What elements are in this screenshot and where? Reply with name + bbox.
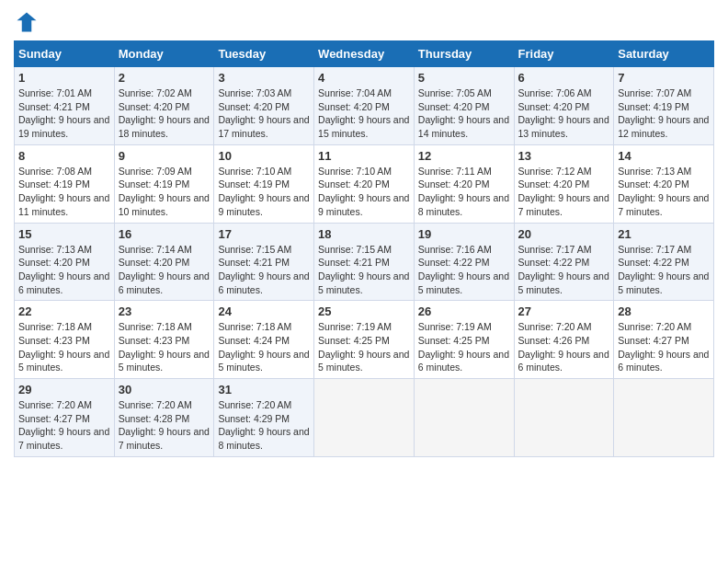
day-number: 9 [119, 149, 210, 163]
calendar-cell: 18Sunrise: 7:15 AMSunset: 4:21 PMDayligh… [314, 223, 415, 301]
day-number: 15 [18, 227, 110, 241]
day-header-monday: Monday [114, 41, 214, 67]
daylight-line: Daylight: 9 hours and 5 minutes. [119, 348, 210, 374]
calendar-cell: 23Sunrise: 7:18 AMSunset: 4:23 PMDayligh… [114, 301, 214, 379]
sunrise-line: Sunrise: 7:19 AM [318, 320, 410, 334]
calendar-cell: 15Sunrise: 7:13 AMSunset: 4:20 PMDayligh… [15, 223, 115, 301]
sunset-line: Sunset: 4:23 PM [119, 334, 210, 348]
day-number: 16 [119, 227, 210, 241]
daylight-line: Daylight: 9 hours and 7 minutes. [18, 425, 110, 452]
calendar-cell: 30Sunrise: 7:20 AMSunset: 4:28 PMDayligh… [114, 379, 214, 457]
calendar-cell: 14Sunrise: 7:13 AMSunset: 4:20 PMDayligh… [614, 144, 714, 223]
sunrise-line: Sunrise: 7:20 AM [18, 398, 110, 412]
sunset-line: Sunset: 4:20 PM [119, 256, 210, 270]
calendar-cell: 26Sunrise: 7:19 AMSunset: 4:25 PMDayligh… [414, 301, 514, 379]
sunrise-line: Sunrise: 7:06 AM [518, 86, 610, 100]
sunset-line: Sunset: 4:29 PM [218, 412, 310, 426]
day-header-sunday: Sunday [15, 41, 115, 67]
daylight-line: Daylight: 9 hours and 9 minutes. [318, 191, 410, 218]
day-header-thursday: Thursday [414, 41, 514, 67]
day-number: 13 [518, 149, 610, 163]
sunrise-line: Sunrise: 7:10 AM [318, 165, 410, 178]
day-number: 19 [418, 227, 510, 241]
calendar-cell: 16Sunrise: 7:14 AMSunset: 4:20 PMDayligh… [114, 223, 214, 301]
calendar-cell: 9Sunrise: 7:09 AMSunset: 4:19 PMDaylight… [114, 144, 214, 223]
sunset-line: Sunset: 4:27 PM [618, 334, 710, 348]
calendar-week-row: 1Sunrise: 7:01 AMSunset: 4:21 PMDaylight… [15, 67, 714, 145]
day-number: 3 [218, 71, 310, 85]
calendar-cell [314, 379, 415, 457]
sunrise-line: Sunrise: 7:13 AM [18, 243, 110, 257]
sunset-line: Sunset: 4:20 PM [418, 100, 510, 114]
sunrise-line: Sunrise: 7:05 AM [418, 86, 510, 100]
calendar-cell: 12Sunrise: 7:11 AMSunset: 4:20 PMDayligh… [414, 144, 514, 223]
calendar-cell: 28Sunrise: 7:20 AMSunset: 4:27 PMDayligh… [614, 301, 714, 379]
daylight-line: Daylight: 9 hours and 9 minutes. [218, 191, 310, 218]
daylight-line: Daylight: 9 hours and 6 minutes. [18, 270, 110, 296]
sunset-line: Sunset: 4:19 PM [618, 100, 710, 114]
day-number: 30 [119, 383, 210, 396]
day-number: 10 [218, 149, 310, 163]
day-number: 26 [418, 304, 510, 318]
daylight-line: Daylight: 9 hours and 7 minutes. [618, 191, 710, 218]
daylight-line: Daylight: 9 hours and 5 minutes. [418, 270, 510, 296]
sunset-line: Sunset: 4:25 PM [318, 334, 410, 348]
calendar-cell: 27Sunrise: 7:20 AMSunset: 4:26 PMDayligh… [514, 301, 614, 379]
sunrise-line: Sunrise: 7:02 AM [119, 86, 210, 100]
sunrise-line: Sunrise: 7:14 AM [119, 243, 210, 257]
daylight-line: Daylight: 9 hours and 18 minutes. [119, 113, 210, 140]
sunset-line: Sunset: 4:23 PM [18, 334, 110, 348]
sunrise-line: Sunrise: 7:18 AM [18, 320, 110, 334]
sunset-line: Sunset: 4:19 PM [18, 178, 110, 191]
daylight-line: Daylight: 9 hours and 12 minutes. [618, 113, 710, 140]
calendar-cell: 4Sunrise: 7:04 AMSunset: 4:20 PMDaylight… [314, 67, 415, 145]
day-number: 2 [119, 71, 210, 85]
day-number: 17 [218, 227, 310, 241]
svg-marker-0 [17, 13, 37, 32]
calendar-cell: 19Sunrise: 7:16 AMSunset: 4:22 PMDayligh… [414, 223, 514, 301]
day-number: 7 [618, 71, 710, 85]
daylight-line: Daylight: 9 hours and 7 minutes. [518, 191, 610, 218]
sunset-line: Sunset: 4:20 PM [18, 256, 110, 270]
page-header [14, 9, 714, 35]
day-number: 20 [518, 227, 610, 241]
sunset-line: Sunset: 4:20 PM [218, 100, 310, 114]
calendar-cell: 29Sunrise: 7:20 AMSunset: 4:27 PMDayligh… [15, 379, 115, 457]
day-number: 1 [18, 71, 110, 85]
calendar-header-row: SundayMondayTuesdayWednesdayThursdayFrid… [15, 41, 714, 67]
sunset-line: Sunset: 4:20 PM [318, 178, 410, 191]
daylight-line: Daylight: 9 hours and 8 minutes. [418, 191, 510, 218]
calendar-week-row: 8Sunrise: 7:08 AMSunset: 4:19 PMDaylight… [15, 144, 714, 223]
daylight-line: Daylight: 9 hours and 5 minutes. [518, 270, 610, 296]
day-number: 25 [318, 304, 410, 318]
daylight-line: Daylight: 9 hours and 13 minutes. [518, 113, 610, 140]
calendar-week-row: 15Sunrise: 7:13 AMSunset: 4:20 PMDayligh… [15, 223, 714, 301]
calendar-cell: 20Sunrise: 7:17 AMSunset: 4:22 PMDayligh… [514, 223, 614, 301]
sunrise-line: Sunrise: 7:17 AM [518, 243, 610, 257]
calendar-table: SundayMondayTuesdayWednesdayThursdayFrid… [14, 40, 714, 457]
daylight-line: Daylight: 9 hours and 5 minutes. [318, 270, 410, 296]
calendar-cell: 17Sunrise: 7:15 AMSunset: 4:21 PMDayligh… [214, 223, 314, 301]
sunrise-line: Sunrise: 7:15 AM [218, 243, 310, 257]
daylight-line: Daylight: 9 hours and 17 minutes. [218, 113, 310, 140]
sunset-line: Sunset: 4:22 PM [518, 256, 610, 270]
day-number: 12 [418, 149, 510, 163]
calendar-cell: 8Sunrise: 7:08 AMSunset: 4:19 PMDaylight… [15, 144, 115, 223]
day-number: 8 [18, 149, 110, 163]
day-header-tuesday: Tuesday [214, 41, 314, 67]
sunrise-line: Sunrise: 7:20 AM [218, 398, 310, 412]
sunset-line: Sunset: 4:20 PM [518, 100, 610, 114]
day-number: 18 [318, 227, 410, 241]
sunset-line: Sunset: 4:20 PM [318, 100, 410, 114]
daylight-line: Daylight: 9 hours and 15 minutes. [318, 113, 410, 140]
day-number: 31 [218, 383, 310, 396]
sunset-line: Sunset: 4:28 PM [119, 412, 210, 426]
sunset-line: Sunset: 4:20 PM [119, 100, 210, 114]
day-number: 28 [618, 304, 710, 318]
daylight-line: Daylight: 9 hours and 7 minutes. [119, 425, 210, 452]
day-number: 4 [318, 71, 410, 85]
sunrise-line: Sunrise: 7:18 AM [119, 320, 210, 334]
calendar-cell: 21Sunrise: 7:17 AMSunset: 4:22 PMDayligh… [614, 223, 714, 301]
day-number: 5 [418, 71, 510, 85]
daylight-line: Daylight: 9 hours and 10 minutes. [119, 191, 210, 218]
